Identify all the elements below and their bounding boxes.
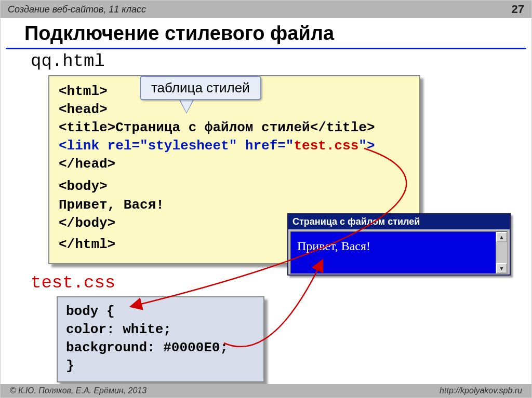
- code-line: <head>: [59, 101, 410, 119]
- footer-url: http://kpolyakov.spb.ru: [440, 386, 522, 395]
- html-filename: qq.html: [31, 51, 531, 71]
- code-line: }: [66, 357, 255, 375]
- browser-titlebar: Страница с файлом стилей: [288, 214, 510, 229]
- css-code-block: body { color: white; background: #0000E0…: [57, 296, 264, 382]
- scrollbar[interactable]: ▲ ▼: [496, 232, 507, 273]
- callout-label: таблица стилей: [140, 76, 261, 100]
- footer: © К.Ю. Поляков, Е.А. Ерёмин, 2013 http:/…: [1, 384, 531, 397]
- top-bar: Создание веб-сайтов, 11 класс 27: [1, 1, 531, 18]
- scroll-up-icon[interactable]: ▲: [496, 232, 507, 242]
- browser-body: Привет, Вася! ▲ ▼: [290, 231, 508, 274]
- course-label: Создание веб-сайтов, 11 класс: [8, 4, 146, 15]
- page-number: 27: [512, 3, 524, 16]
- browser-preview: Страница с файлом стилей Привет, Вася! ▲…: [287, 213, 511, 276]
- code-line: color: white;: [66, 321, 255, 339]
- copyright-text: © К.Ю. Поляков, Е.А. Ерёмин, 2013: [10, 386, 147, 395]
- slide-title: Подключение стилевого файла: [6, 18, 526, 49]
- scroll-down-icon[interactable]: ▼: [496, 263, 507, 273]
- code-line: <link rel="stylesheet" href="test.css">: [59, 137, 410, 155]
- code-line: <body>: [59, 177, 410, 196]
- browser-body-text: Привет, Вася!: [297, 239, 370, 253]
- code-line: </head>: [59, 155, 410, 173]
- code-line: background: #0000E0;: [66, 339, 255, 357]
- css-filename: test.css: [31, 273, 115, 293]
- code-line: body {: [66, 303, 255, 321]
- code-line: <title>Страница с файлом стилей</title>: [59, 119, 410, 137]
- code-line: Привет, Вася!: [59, 196, 410, 214]
- callout-tail: [179, 98, 194, 113]
